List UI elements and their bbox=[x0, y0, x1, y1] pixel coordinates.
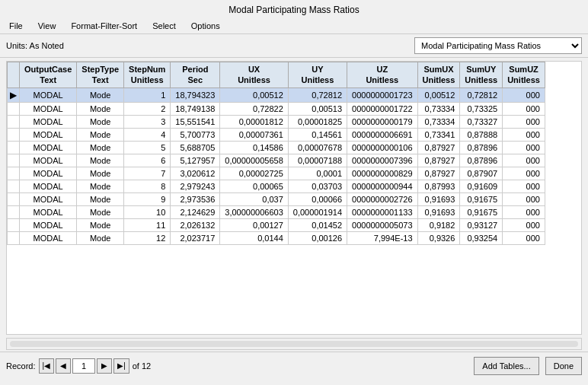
cell-sumuy: 0,73325 bbox=[460, 102, 503, 115]
cell-sumuy: 0,91609 bbox=[460, 180, 503, 192]
menu-item-format-filter-sort[interactable]: Format-Filter-Sort bbox=[68, 20, 140, 32]
cell-uz: 0000000000106 bbox=[347, 141, 418, 154]
menu-item-file[interactable]: File bbox=[6, 20, 26, 32]
cell-stepnum: 5 bbox=[124, 141, 171, 154]
cell-sumuz: 000 bbox=[503, 154, 545, 167]
cell-sumux: 0,73334 bbox=[417, 102, 460, 115]
cell-sumux: 0,9182 bbox=[417, 218, 460, 231]
nav-first-button[interactable]: |◀ bbox=[39, 358, 55, 374]
row-selector bbox=[8, 128, 20, 141]
col-outputcase: OutputCaseText bbox=[20, 62, 77, 88]
footer: Record: |◀ ◀ ▶ ▶| of 12 Add Tables... Do… bbox=[0, 352, 588, 379]
cell-steptype: Mode bbox=[77, 231, 124, 244]
row-selector bbox=[8, 102, 20, 115]
cell-uy: 0,00513 bbox=[288, 102, 347, 115]
data-table: OutputCaseText StepTypeText StepNumUnitl… bbox=[7, 62, 545, 245]
cell-period: 2,973536 bbox=[171, 192, 220, 205]
cell-period: 18,749138 bbox=[171, 102, 220, 115]
cell-outputcase: MODAL bbox=[20, 192, 77, 205]
table-type-dropdown[interactable]: Modal Participating Mass Ratios bbox=[414, 37, 582, 54]
menu-item-view[interactable]: View bbox=[35, 20, 59, 32]
cell-sumux: 0,87927 bbox=[417, 141, 460, 154]
col-selector bbox=[8, 62, 20, 88]
cell-sumuy: 0,87888 bbox=[460, 128, 503, 141]
scroll-track bbox=[10, 341, 578, 347]
cell-ux: 0,00007361 bbox=[220, 128, 288, 141]
title-bar: Modal Participating Mass Ratios bbox=[0, 0, 588, 18]
row-selector bbox=[8, 154, 20, 167]
cell-ux: 0,72822 bbox=[220, 102, 288, 115]
table-row[interactable]: MODALMode65,1279570,000000056580,0000718… bbox=[8, 154, 545, 167]
table-row[interactable]: MODALMode102,1246293,000000066030,000001… bbox=[8, 205, 545, 218]
cell-uy: 0,000001914 bbox=[288, 205, 347, 218]
menu-item-select[interactable]: Select bbox=[149, 20, 179, 32]
of-label: of 12 bbox=[133, 361, 151, 371]
cell-sumuz: 000 bbox=[503, 192, 545, 205]
cell-uz: 0000000007396 bbox=[347, 154, 418, 167]
cell-ux: 0,14586 bbox=[220, 141, 288, 154]
cell-outputcase: MODAL bbox=[20, 205, 77, 218]
table-row[interactable]: MODALMode45,7007730,000073610,1456100000… bbox=[8, 128, 545, 141]
col-sumuy: SumUYUnitless bbox=[460, 62, 503, 88]
cell-ux: 0,00127 bbox=[220, 218, 288, 231]
table-row[interactable]: ▶MODALMode118,7943230,005120,72812000000… bbox=[8, 88, 545, 102]
data-table-container[interactable]: OutputCaseText StepTypeText StepNumUnitl… bbox=[6, 61, 582, 335]
cell-uy: 0,14561 bbox=[288, 128, 347, 141]
table-row[interactable]: MODALMode112,0261320,001270,014520000000… bbox=[8, 218, 545, 231]
cell-steptype: Mode bbox=[77, 167, 124, 180]
table-row[interactable]: MODALMode92,9735360,0370,000660000000002… bbox=[8, 192, 545, 205]
nav-last-button[interactable]: ▶| bbox=[113, 358, 129, 374]
cell-sumux: 0,87927 bbox=[417, 167, 460, 180]
add-tables-button[interactable]: Add Tables... bbox=[474, 357, 538, 375]
cell-sumuz: 000 bbox=[503, 141, 545, 154]
nav-prev-button[interactable]: ◀ bbox=[56, 358, 71, 374]
cell-sumux: 0,9326 bbox=[417, 231, 460, 244]
col-steptype: StepTypeText bbox=[77, 62, 124, 88]
cell-period: 2,026132 bbox=[171, 218, 220, 231]
cell-steptype: Mode bbox=[77, 141, 124, 154]
cell-stepnum: 12 bbox=[124, 231, 171, 244]
cell-sumuz: 000 bbox=[503, 128, 545, 141]
cell-sumuy: 0,87896 bbox=[460, 154, 503, 167]
cell-uy: 0,0001 bbox=[288, 167, 347, 180]
table-row[interactable]: MODALMode73,0206120,000027250,0001000000… bbox=[8, 167, 545, 180]
menu-item-options[interactable]: Options bbox=[188, 20, 223, 32]
col-ux: UXUnitless bbox=[220, 62, 288, 88]
cell-outputcase: MODAL bbox=[20, 115, 77, 128]
cell-uy: 0,00001825 bbox=[288, 115, 347, 128]
cell-ux: 0,0144 bbox=[220, 231, 288, 244]
table-header: OutputCaseText StepTypeText StepNumUnitl… bbox=[8, 62, 545, 88]
cell-ux: 0,00000005658 bbox=[220, 154, 288, 167]
cell-sumuz: 000 bbox=[503, 218, 545, 231]
table-row[interactable]: MODALMode55,6887050,145860,0000767800000… bbox=[8, 141, 545, 154]
record-number-input[interactable] bbox=[72, 358, 95, 374]
table-row[interactable]: MODALMode315,5515410,000018120,000018250… bbox=[8, 115, 545, 128]
cell-sumuy: 0,72812 bbox=[460, 88, 503, 102]
cell-uz: 0000000005073 bbox=[347, 218, 418, 231]
cell-sumuy: 0,87896 bbox=[460, 141, 503, 154]
cell-sumuy: 0,91675 bbox=[460, 192, 503, 205]
cell-sumuz: 000 bbox=[503, 231, 545, 244]
horizontal-scrollbar[interactable] bbox=[6, 338, 582, 350]
cell-steptype: Mode bbox=[77, 102, 124, 115]
row-selector bbox=[8, 180, 20, 192]
table-row[interactable]: MODALMode82,9792430,000650,0370300000000… bbox=[8, 180, 545, 192]
row-selector bbox=[8, 167, 20, 180]
dropdown-container: Modal Participating Mass Ratios bbox=[414, 37, 582, 54]
cell-sumux: 0,73341 bbox=[417, 128, 460, 141]
cell-uz: 0000000002726 bbox=[347, 192, 418, 205]
cell-uz: 0000000006691 bbox=[347, 128, 418, 141]
cell-ux: 0,00002725 bbox=[220, 167, 288, 180]
cell-ux: 0,00512 bbox=[220, 88, 288, 102]
cell-stepnum: 2 bbox=[124, 102, 171, 115]
cell-period: 18,794323 bbox=[171, 88, 220, 102]
done-button[interactable]: Done bbox=[545, 357, 582, 375]
table-row[interactable]: MODALMode218,7491380,728220,005130000000… bbox=[8, 102, 545, 115]
nav-next-button[interactable]: ▶ bbox=[97, 358, 112, 374]
cell-sumuz: 000 bbox=[503, 102, 545, 115]
cell-uy: 0,00007678 bbox=[288, 141, 347, 154]
table-row[interactable]: MODALMode122,0237170,01440,001267,994E-1… bbox=[8, 231, 545, 244]
toolbar: Units: As Noted Modal Participating Mass… bbox=[0, 34, 588, 58]
cell-outputcase: MODAL bbox=[20, 180, 77, 192]
row-selector bbox=[8, 231, 20, 244]
